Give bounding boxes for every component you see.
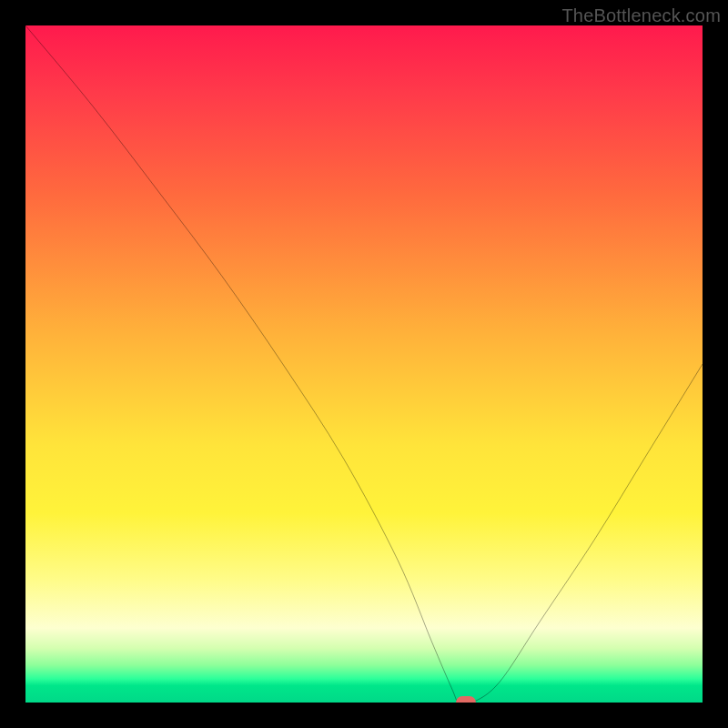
gradient-background <box>25 25 703 703</box>
plot-area <box>25 25 703 703</box>
attribution-text: TheBottleneck.com <box>561 5 721 26</box>
optimum-marker <box>456 696 476 703</box>
chart-frame: TheBottleneck.com <box>0 0 728 728</box>
